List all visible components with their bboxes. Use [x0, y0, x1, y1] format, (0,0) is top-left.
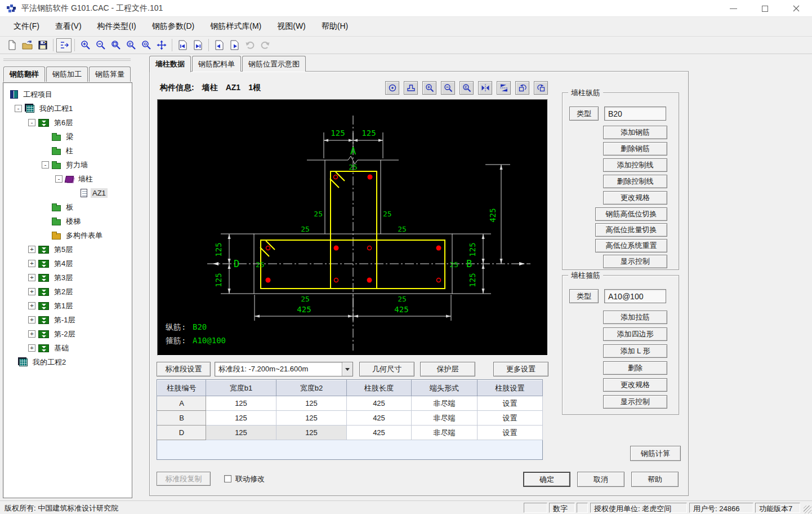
- collapse-icon[interactable]: -: [28, 119, 35, 126]
- row-header[interactable]: D: [158, 426, 206, 440]
- tree-item-label[interactable]: 楼梯: [64, 216, 82, 227]
- maximize-button[interactable]: [749, 0, 780, 17]
- cell-b2[interactable]: 125: [276, 426, 347, 440]
- collapse-icon[interactable]: -: [55, 175, 63, 183]
- canvas-mirror-horizontal-button[interactable]: [478, 81, 492, 95]
- open-file-button[interactable]: [20, 38, 35, 52]
- tree-panel-toggle-button[interactable]: [56, 38, 72, 52]
- rebar-low-position[interactable]: [334, 175, 338, 179]
- canvas-mirror-vertical-button[interactable]: [497, 81, 511, 95]
- menu-rebar-style-lib[interactable]: 钢筋样式库(M): [202, 19, 269, 34]
- cell-settings[interactable]: 设置: [478, 396, 543, 411]
- close-button[interactable]: [780, 0, 812, 17]
- resize-grip[interactable]: [804, 506, 811, 513]
- canvas-section-button[interactable]: [404, 81, 418, 95]
- tree-item-label[interactable]: 基础: [52, 343, 70, 354]
- tab-rebar-detailing[interactable]: 钢筋翻样: [3, 67, 45, 82]
- canvas-zoom-out-button[interactable]: [441, 81, 455, 95]
- rebar-low-position[interactable]: [368, 246, 372, 250]
- menu-help[interactable]: 帮助(H): [314, 19, 356, 34]
- stirrup-type-field[interactable]: A10@100: [604, 289, 666, 303]
- section-drawing-canvas[interactable]: 125 125 A 25 25 25 425 125 125 125: [157, 99, 548, 356]
- tab-rebar-fabrication[interactable]: 钢筋加工: [46, 67, 88, 82]
- rebar-low-position[interactable]: [334, 278, 338, 282]
- tree-item-label[interactable]: 墙柱: [77, 174, 95, 185]
- help-button[interactable]: 帮助: [631, 472, 679, 487]
- zoom-dynamic-button[interactable]: [139, 38, 154, 52]
- tree-item-label[interactable]: 板: [64, 202, 75, 213]
- high-low-batch-toggle-button[interactable]: 高低位批量切换: [595, 223, 667, 237]
- new-file-button[interactable]: [5, 38, 20, 52]
- canvas-zoom-extents-button[interactable]: [459, 81, 474, 95]
- ok-button[interactable]: 确定: [523, 472, 570, 487]
- tree-item-label[interactable]: 第1层: [52, 300, 74, 312]
- cover-layer-button[interactable]: 保护层: [420, 362, 475, 376]
- cell-b1[interactable]: 125: [206, 411, 276, 426]
- rebar-calculate-button[interactable]: 钢筋计算: [630, 446, 681, 461]
- geometry-size-button[interactable]: 几何尺寸: [359, 362, 414, 376]
- expand-icon[interactable]: +: [28, 274, 35, 281]
- high-low-system-reset-button[interactable]: 高低位系统重置: [595, 239, 667, 252]
- add-quadrilateral-button[interactable]: 添加四边形: [603, 327, 667, 341]
- linked-modify-checkbox[interactable]: [224, 475, 231, 482]
- cell-settings[interactable]: 设置: [478, 411, 543, 426]
- tree-item-label[interactable]: 我的工程2: [31, 357, 68, 368]
- tree-item-label[interactable]: 第2层: [52, 286, 74, 298]
- change-spec-button[interactable]: 更改规格: [603, 378, 667, 392]
- tree-item-label[interactable]: 柱: [64, 145, 75, 157]
- rebar-high-position[interactable]: [368, 175, 373, 180]
- delete-control-line-button[interactable]: 删除控制线: [603, 175, 667, 188]
- expand-icon[interactable]: +: [28, 316, 35, 324]
- delete-button[interactable]: 删除: [603, 361, 667, 375]
- row-header[interactable]: A: [158, 396, 206, 411]
- cell-length[interactable]: 425: [347, 426, 412, 440]
- minimize-button[interactable]: [717, 0, 749, 17]
- tree-item-label[interactable]: 工程项目: [21, 89, 54, 100]
- rebar-low-position[interactable]: [266, 246, 270, 250]
- menu-rebar-params[interactable]: 钢筋参数(D): [144, 19, 202, 34]
- tree-item-label[interactable]: 梁: [64, 131, 75, 143]
- tree-item-label[interactable]: 第4层: [52, 258, 74, 269]
- zoom-in-button[interactable]: [78, 38, 93, 52]
- menu-component-type[interactable]: 构件类型(I): [90, 19, 144, 34]
- next-component-button[interactable]: [227, 38, 242, 52]
- copy-standard-segment-button[interactable]: 标准段复制: [157, 472, 211, 486]
- collapse-icon[interactable]: -: [42, 161, 49, 169]
- redo-button[interactable]: [257, 38, 273, 52]
- pan-button[interactable]: [154, 38, 169, 52]
- standard-segment-settings-button[interactable]: 标准段设置: [157, 362, 211, 376]
- expand-icon[interactable]: +: [28, 302, 35, 309]
- add-control-line-button[interactable]: 添加控制线: [603, 158, 667, 172]
- rebar-high-low-toggle-button[interactable]: 钢筋高低位切换: [595, 207, 667, 221]
- cell-b1[interactable]: 125: [206, 396, 276, 411]
- cell-end-type[interactable]: 非尽端: [412, 426, 478, 440]
- tree-item-label[interactable]: 第6层: [52, 117, 74, 128]
- prev-component-button[interactable]: [212, 38, 227, 52]
- add-tie-button[interactable]: 添加拉筋: [603, 311, 667, 324]
- change-spec-button[interactable]: 更改规格: [603, 191, 667, 205]
- standard-segment-dropdown[interactable]: 标准段1: -7.200m~21.600m: [215, 362, 353, 376]
- rebar-high-position[interactable]: [436, 246, 441, 251]
- zoom-window-button[interactable]: [108, 38, 123, 52]
- save-button[interactable]: [35, 38, 50, 52]
- cell-length[interactable]: 425: [347, 396, 412, 411]
- last-component-button[interactable]: [190, 38, 206, 52]
- expand-icon[interactable]: +: [28, 330, 35, 338]
- display-control-button[interactable]: 显示控制: [603, 395, 667, 409]
- zoom-extents-button[interactable]: [123, 38, 139, 52]
- canvas-rotate-right-button[interactable]: [534, 81, 548, 95]
- first-component-button[interactable]: [175, 38, 190, 52]
- tab-rebar-schedule[interactable]: 钢筋配料单: [192, 56, 241, 72]
- rebar-low-position[interactable]: [437, 278, 441, 282]
- tab-rebar-position-diagram[interactable]: 钢筋位置示意图: [242, 56, 306, 72]
- cell-b1[interactable]: 125: [206, 426, 276, 440]
- cell-end-type[interactable]: 非尽端: [412, 396, 478, 411]
- rebar-high-position[interactable]: [334, 246, 339, 251]
- canvas-center-button[interactable]: [385, 81, 399, 95]
- menu-file[interactable]: 文件(F): [6, 19, 47, 34]
- cell-settings[interactable]: 设置: [478, 426, 543, 440]
- rebar-high-position[interactable]: [266, 278, 271, 283]
- dropdown-button[interactable]: [342, 362, 353, 376]
- cell-b2[interactable]: 125: [276, 411, 347, 426]
- expand-icon[interactable]: +: [28, 288, 35, 295]
